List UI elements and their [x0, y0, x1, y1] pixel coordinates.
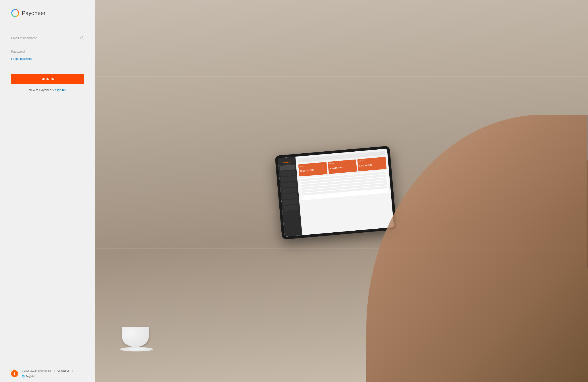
gbp-label: Balance [329, 161, 355, 164]
usd-label: Balance [300, 163, 325, 167]
hand-overlay [366, 115, 588, 382]
eur-label: Balance [359, 158, 384, 162]
tablet-card-eur: Balance 7,994.51 EUR [357, 157, 387, 171]
logo-container: Payoneer [11, 9, 84, 17]
separator-2: | [72, 369, 73, 372]
new-user-text: New to Payoneer? [29, 88, 54, 92]
tablet-device: Payoneer [275, 146, 397, 240]
footer-links: © 2005-2022 Payoneer Inc. | Contact Us |… [22, 369, 84, 378]
scrollbar-thumb [587, 115, 588, 160]
tablet-nav-3 [281, 176, 296, 182]
tablet-device-wrapper: Payoneer [275, 146, 397, 240]
wood-stripe-1 [95, 76, 588, 77]
copyright-text: © 2005-2022 Payoneer Inc. [22, 369, 52, 372]
signup-link[interactable]: Sign up! [55, 88, 66, 92]
password-input[interactable] [11, 48, 84, 55]
password-input-group: Forgot password? [11, 48, 84, 60]
email-input-group: i [11, 35, 84, 42]
footer: © 2005-2022 Payoneer Inc. | Contact Us |… [0, 365, 95, 382]
tablet-screen: Payoneer [278, 149, 394, 237]
coffee-cup [120, 312, 155, 351]
language-label: English [26, 375, 34, 378]
password-input-wrapper [11, 48, 84, 55]
tablet-nav-4 [281, 182, 297, 188]
cup-body [122, 327, 149, 347]
language-selector[interactable]: 🌐 English ▾ [22, 375, 36, 378]
tablet-card-gbp: Balance 5,245.95 GBP [328, 159, 357, 174]
gbp-amount: 5,245.95 GBP [330, 165, 355, 170]
tablet-nav-5 [282, 187, 297, 194]
separator-1: | [54, 369, 55, 372]
globe-icon: 🌐 [22, 375, 25, 378]
chevron-down-icon: ▾ [35, 375, 36, 378]
logo-area: Payoneer [0, 0, 95, 17]
left-panel: Payoneer i Forgot password? SIGN IN New … [0, 0, 95, 382]
tablet-nav-6 [282, 193, 298, 200]
tablet-nav-1 [280, 164, 295, 171]
right-scrollbar [587, 115, 588, 267]
tablet-nav-2 [280, 170, 296, 176]
tablet-nav-7 [283, 199, 298, 205]
accessibility-button[interactable] [11, 370, 18, 377]
tablet-nav-8 [283, 205, 299, 211]
brand-name: Payoneer [22, 10, 45, 17]
usd-amount: 38,252.10 USD [300, 168, 326, 172]
payoneer-logo-icon [11, 9, 20, 17]
tablet-content: Balance 38,252.10 USD Balance 5,245.95 G… [295, 149, 394, 235]
right-panel: Payoneer [95, 0, 588, 382]
contact-us-link[interactable]: Contact Us [58, 369, 69, 372]
email-input-wrapper: i [11, 35, 84, 42]
eur-amount: 7,994.51 EUR [359, 163, 385, 167]
forgot-password-link[interactable]: Forgot password? [11, 57, 84, 60]
background-photo: Payoneer [95, 0, 588, 382]
email-input[interactable] [11, 35, 84, 42]
info-icon[interactable]: i [80, 36, 84, 40]
signup-prompt: New to Payoneer? Sign up! [11, 88, 84, 92]
tablet-card-usd: Balance 38,252.10 USD [298, 162, 328, 177]
cup-saucer [120, 347, 153, 351]
accessibility-icon [13, 372, 17, 376]
login-form: i Forgot password? SIGN IN New to Payone… [0, 17, 95, 365]
svg-point-1 [14, 372, 15, 373]
sign-in-button[interactable]: SIGN IN [11, 74, 84, 84]
